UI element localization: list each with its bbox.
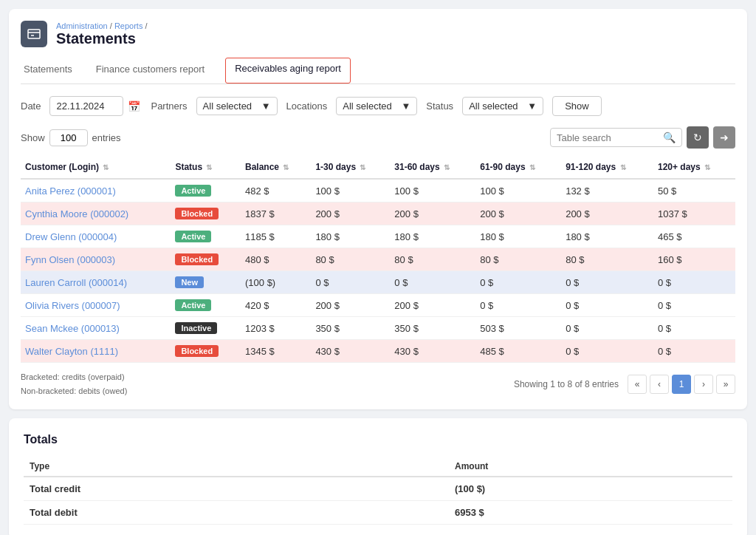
- customer-link[interactable]: Cynthia Moore (000002): [25, 208, 128, 219]
- showing-text: Showing 1 to 8 of 8 entries: [514, 379, 619, 389]
- filter-bar: Date 📅 Partners All selected ▼ Locations…: [21, 96, 735, 116]
- breadcrumb-reports[interactable]: Reports: [114, 21, 143, 30]
- col-customer[interactable]: Customer (Login) ⇅: [21, 156, 171, 179]
- col-balance[interactable]: Balance ⇅: [241, 156, 311, 179]
- calendar-button[interactable]: 📅: [126, 99, 142, 114]
- customer-link[interactable]: Anita Perez (000001): [25, 185, 116, 197]
- status-badge: New: [175, 276, 204, 288]
- table-row: Drew Glenn (000004) Active 1185 $ 180 $ …: [21, 225, 735, 248]
- table-controls: Show entries 🔍 ↻ ➜: [21, 126, 735, 149]
- status-badge: Blocked: [175, 253, 219, 265]
- totals-section: Totals Type Amount Total credit (100 $) …: [9, 418, 747, 535]
- table-row: Sean Mckee (000013) Inactive 1203 $ 350 …: [21, 317, 735, 340]
- status-badge: Active: [175, 231, 211, 242]
- breadcrumb: Administration / Reports /: [56, 21, 148, 30]
- tab-finance-customers[interactable]: Finance customers report: [93, 58, 207, 84]
- sort-icon: ⇅: [103, 163, 109, 171]
- date-label: Date: [21, 100, 41, 112]
- status-badge: Blocked: [175, 208, 219, 219]
- totals-amount-header: Amount: [449, 457, 732, 477]
- customer-link[interactable]: Fynn Olsen (000003): [25, 254, 115, 265]
- col-days-31-60[interactable]: 31-60 days ⇅: [390, 156, 475, 179]
- locations-select[interactable]: All selected ▼: [336, 97, 417, 115]
- tab-bar: Statements Finance customers report Rece…: [21, 58, 735, 84]
- col-days-91-120[interactable]: 91-120 days ⇅: [561, 156, 653, 179]
- sort-icon: ⇅: [444, 163, 450, 171]
- table-row: Olivia Rivers (000007) Active 420 $ 200 …: [21, 294, 735, 317]
- customer-link[interactable]: Lauren Carroll (000014): [25, 277, 127, 288]
- customer-link[interactable]: Sean Mckee (000013): [25, 323, 120, 334]
- breadcrumb-admin[interactable]: Administration: [56, 21, 108, 30]
- sort-icon: ⇅: [206, 163, 212, 171]
- export-button[interactable]: ➜: [713, 126, 735, 149]
- sort-icon: ⇅: [360, 163, 365, 171]
- chevron-down-icon: ▼: [261, 100, 271, 112]
- app-icon: [21, 21, 47, 47]
- status-badge: Active: [175, 299, 211, 311]
- table-row: Cynthia Moore (000002) Blocked 1837 $ 20…: [21, 202, 735, 225]
- svg-rect-0: [28, 30, 40, 38]
- totals-type-header: Type: [24, 457, 449, 477]
- table-row: Anita Perez (000001) Active 482 $ 100 $ …: [21, 179, 735, 202]
- sort-icon: ⇅: [529, 163, 535, 171]
- customer-link[interactable]: Walter Clayton (1111): [25, 346, 118, 357]
- totals-row: Total credit (100 $): [24, 477, 732, 501]
- footnotes: Bracketed: credits (overpaid) Non-bracke…: [21, 370, 127, 398]
- table-footer: Bracketed: credits (overpaid) Non-bracke…: [21, 370, 735, 398]
- sort-icon: ⇅: [704, 163, 710, 171]
- date-input[interactable]: [49, 96, 123, 116]
- pagination: Showing 1 to 8 of 8 entries « ‹ 1 › »: [514, 375, 735, 394]
- data-table: Customer (Login) ⇅ Status ⇅ Balance ⇅ 1-…: [21, 156, 735, 363]
- status-badge: Inactive: [175, 322, 217, 334]
- sort-icon: ⇅: [620, 163, 626, 171]
- search-input[interactable]: [557, 132, 660, 143]
- page-prev-button[interactable]: ‹: [650, 375, 669, 394]
- entries-input[interactable]: [49, 129, 88, 146]
- status-select[interactable]: All selected ▼: [462, 97, 543, 115]
- page-first-button[interactable]: «: [628, 375, 647, 394]
- table-row: Lauren Carroll (000014) New (100 $) 0 $ …: [21, 271, 735, 294]
- search-box: 🔍: [550, 128, 682, 147]
- customer-link[interactable]: Drew Glenn (000004): [25, 231, 117, 242]
- page-title: Statements: [56, 30, 148, 47]
- table-row: Walter Clayton (1111) Blocked 1345 $ 430…: [21, 340, 735, 363]
- refresh-button[interactable]: ↻: [687, 126, 709, 149]
- page-1-button[interactable]: 1: [672, 375, 691, 394]
- page-last-button[interactable]: »: [716, 375, 735, 394]
- totals-row: Total debit 6953 $: [24, 501, 732, 525]
- show-label: Show: [21, 132, 45, 143]
- partners-select[interactable]: All selected ▼: [196, 97, 278, 115]
- status-label: Status: [426, 100, 453, 112]
- col-days-1-30[interactable]: 1-30 days ⇅: [311, 156, 390, 179]
- entries-label: entries: [92, 132, 121, 143]
- page-next-button[interactable]: ›: [694, 375, 713, 394]
- tab-receivables-aging[interactable]: Receivables aging report: [225, 58, 351, 84]
- customer-link[interactable]: Olivia Rivers (000007): [25, 300, 120, 311]
- tab-statements[interactable]: Statements: [21, 58, 75, 84]
- show-button[interactable]: Show: [552, 96, 602, 116]
- col-days-120plus[interactable]: 120+ days ⇅: [653, 156, 735, 179]
- col-status[interactable]: Status ⇅: [171, 156, 241, 179]
- partners-label: Partners: [151, 100, 187, 112]
- search-icon-button[interactable]: 🔍: [663, 132, 676, 143]
- chevron-down-icon: ▼: [401, 100, 410, 112]
- locations-label: Locations: [286, 100, 328, 112]
- totals-table: Type Amount Total credit (100 $) Total d…: [24, 457, 732, 525]
- status-badge: Active: [175, 185, 211, 197]
- col-days-61-90[interactable]: 61-90 days ⇅: [475, 156, 561, 179]
- chevron-down-icon: ▼: [527, 100, 537, 112]
- table-row: Fynn Olsen (000003) Blocked 480 $ 80 $ 8…: [21, 248, 735, 271]
- totals-title: Totals: [24, 433, 732, 446]
- status-badge: Blocked: [175, 345, 219, 357]
- sort-icon: ⇅: [283, 163, 289, 171]
